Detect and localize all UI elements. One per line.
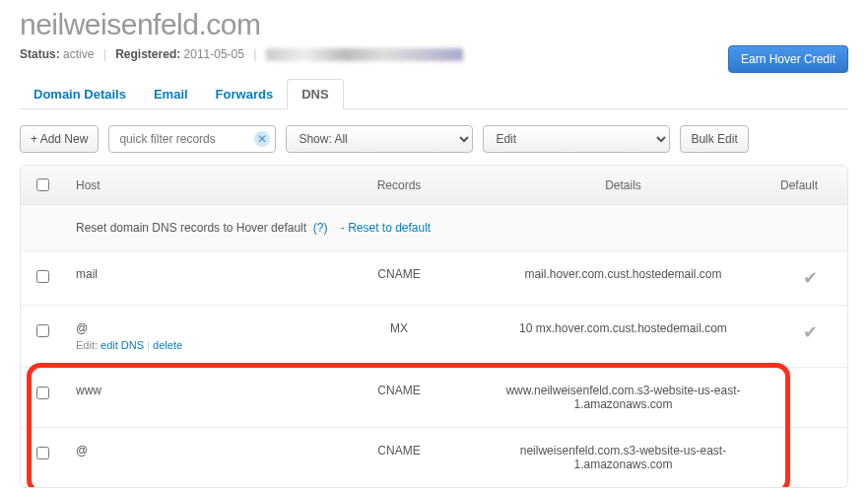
details-cell: 10 mx.hover.com.cust.hostedemail.com [478,306,768,368]
edit-prefix: Edit: [76,339,98,351]
add-new-button[interactable]: + Add New [20,125,99,153]
host-cell: mail [64,251,320,306]
default-cell [768,368,847,428]
row-checkbox[interactable] [36,387,49,399]
record-type-cell: CNAME [320,368,478,428]
registered-label: Registered: [115,47,180,61]
table-row[interactable]: @Edit: edit DNS | deleteMX10 mx.hover.co… [21,306,847,368]
delete-link[interactable]: delete [153,339,182,351]
check-icon: ✔ [803,268,818,288]
col-header-details[interactable]: Details [478,166,768,205]
reset-help-link[interactable]: (?) [313,221,328,235]
default-cell: ✔ [768,251,847,306]
details-cell: neilweisenfeld.com.s3-website-us-east-1.… [478,428,768,488]
dns-table-container: Host Records Details Default Reset domai… [20,165,848,488]
edit-select[interactable]: Edit [483,125,670,153]
tab-forwards[interactable]: Forwards [202,80,288,108]
record-type-cell: CNAME [320,428,478,488]
reset-to-default-link[interactable]: - Reset to default [341,221,431,235]
details-cell: mail.hover.com.cust.hostedemail.com [478,251,768,306]
row-checkbox[interactable] [36,270,49,283]
row-checkbox[interactable] [36,447,49,459]
check-icon: ✔ [803,322,818,342]
toolbar: + Add New ✕ Show: All Edit Bulk Edit [20,125,848,153]
earn-hover-credit-button[interactable]: Earn Hover Credit [728,45,848,73]
tab-dns[interactable]: DNS [287,79,343,109]
host-cell: www [64,368,320,428]
host-cell: @ [64,428,320,488]
reset-text: Reset domain DNS records to Hover defaul… [76,221,306,235]
col-header-default[interactable]: Default [768,166,847,205]
col-header-records[interactable]: Records [320,166,478,205]
reset-row: Reset domain DNS records to Hover defaul… [21,205,847,251]
clear-filter-icon[interactable]: ✕ [254,131,270,147]
registered-value: 2011-05-05 [184,47,244,61]
status-value: active [63,47,94,61]
details-cell: www.neilweisenfeld.com.s3-website-us-eas… [478,368,768,428]
bulk-edit-button[interactable]: Bulk Edit [680,125,748,153]
edit-dns-link[interactable]: edit DNS [100,339,144,351]
select-all-checkbox[interactable] [36,178,49,191]
table-row[interactable]: wwwCNAMEwww.neilweisenfeld.com.s3-websit… [21,368,847,428]
tab-domain-details[interactable]: Domain Details [20,80,140,108]
default-cell [768,428,847,488]
status-label: Status: [20,47,60,61]
host-cell: @Edit: edit DNS | delete [64,306,320,368]
table-row[interactable]: mailCNAMEmail.hover.com.cust.hostedemail… [21,251,847,306]
page-title: neilweisenfeld.com [20,8,848,41]
dns-table: Host Records Details Default Reset domai… [21,166,847,487]
default-cell: ✔ [768,306,847,368]
show-select[interactable]: Show: All [286,125,473,153]
filter-input[interactable] [108,125,276,153]
meta-row: Status: active | Registered: 2011-05-05 … [20,47,848,61]
row-checkbox[interactable] [36,324,49,337]
col-header-host[interactable]: Host [64,166,320,205]
tab-email[interactable]: Email [140,80,202,108]
redacted-text [266,48,463,61]
table-row[interactable]: @CNAMEneilweisenfeld.com.s3-website-us-e… [21,428,847,488]
record-type-cell: MX [320,306,478,368]
tabs: Domain Details Email Forwards DNS [20,79,848,109]
record-type-cell: CNAME [320,251,478,306]
